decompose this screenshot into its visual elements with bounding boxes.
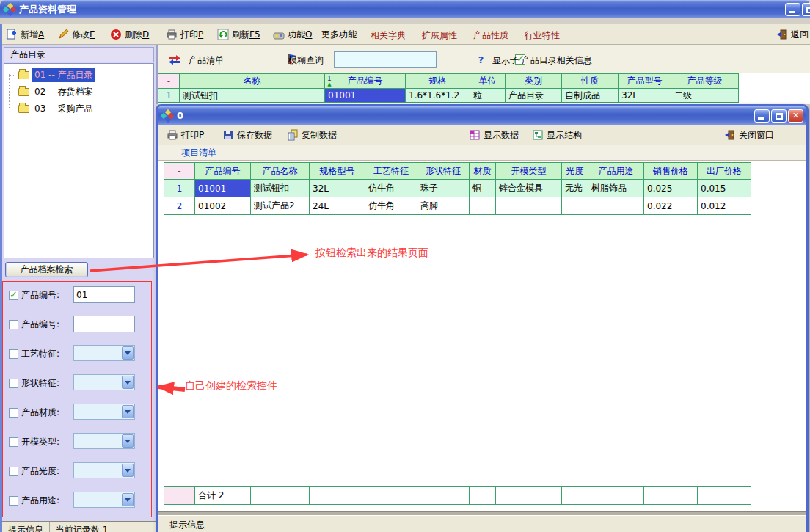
tree-item-product-catalog[interactable]: 01 -- 产品目录 <box>9 68 95 81</box>
column-header-grade[interactable]: 产品等级 <box>671 74 739 89</box>
delete-button[interactable]: 删除D <box>110 26 149 43</box>
more-functions-button[interactable]: 更多功能 <box>321 26 357 43</box>
column-header-sale-price[interactable]: 销售价格 <box>644 163 698 180</box>
tree-item-purchase-products[interactable]: 03 -- 采购产品 <box>9 102 95 115</box>
cell[interactable]: 树脂饰品 <box>588 180 644 197</box>
minimize-button[interactable] <box>754 109 770 123</box>
chevron-down-icon[interactable] <box>122 346 134 360</box>
product-gloss-dropdown[interactable] <box>73 462 135 478</box>
cell-model[interactable]: 32L <box>619 89 671 103</box>
cell[interactable]: 0.025 <box>644 180 698 197</box>
checkbox-product-code-1[interactable] <box>9 291 18 300</box>
column-header-shape-feature[interactable]: 形状特征 <box>417 163 470 180</box>
new-button[interactable]: 新增A <box>6 26 44 43</box>
menu-extended-attributes[interactable]: 扩展属性 <box>422 29 457 42</box>
checkbox-product-code-2[interactable] <box>9 320 18 329</box>
chevron-down-icon[interactable] <box>122 464 134 477</box>
column-header-gloss[interactable]: 光度 <box>562 163 588 180</box>
cell[interactable]: 32L <box>310 180 365 197</box>
checkbox-product-material[interactable] <box>9 408 18 418</box>
row-number[interactable]: 1 <box>164 180 195 197</box>
column-header-factory-price[interactable]: 出厂价格 <box>698 163 751 180</box>
maximize-button[interactable] <box>802 3 810 16</box>
tab-record-count[interactable]: 当前记录数 1 <box>50 522 114 532</box>
column-header-craft-feature[interactable]: 工艺特征 <box>365 163 417 180</box>
cell-product-code-selected[interactable]: 01001 <box>195 180 251 197</box>
column-header[interactable]: - <box>164 163 195 180</box>
cell-name[interactable]: 测试钮扣 <box>180 89 325 103</box>
cell[interactable]: 测试钮扣 <box>251 180 310 197</box>
column-header-material[interactable]: 材质 <box>470 163 496 180</box>
shape-feature-dropdown[interactable] <box>73 374 135 390</box>
row-number[interactable]: 1 <box>158 89 180 103</box>
column-header-usage[interactable]: 产品用途 <box>588 163 644 180</box>
refresh-button[interactable]: 刷新F5 <box>217 26 260 43</box>
product-material-dropdown[interactable] <box>73 404 135 420</box>
cell-unit[interactable]: 粒 <box>470 89 506 103</box>
cell[interactable] <box>588 197 644 215</box>
cell[interactable]: 铜 <box>470 180 496 197</box>
function-button[interactable]: 功能O <box>273 26 312 43</box>
column-header-spec[interactable]: 规格 <box>406 74 470 89</box>
save-data-button[interactable]: 保存数据 <box>222 127 272 143</box>
chevron-down-icon[interactable] <box>122 434 134 448</box>
column-header-name[interactable]: 名称 <box>180 74 325 89</box>
cell-category[interactable]: 产品目录 <box>506 89 562 103</box>
cell-spec[interactable]: 1.6*1.6*1.2 <box>406 89 470 103</box>
print-button[interactable]: 打印P <box>167 127 204 143</box>
copy-data-button[interactable]: 复制数据 <box>287 127 337 143</box>
cell[interactable] <box>470 197 496 215</box>
checkbox-product-gloss[interactable] <box>9 467 18 476</box>
column-header-unit[interactable]: 单位 <box>470 74 506 89</box>
row-number[interactable]: 2 <box>164 197 195 215</box>
cell[interactable] <box>562 197 588 215</box>
column-header[interactable]: - <box>158 74 180 89</box>
tab-item-list[interactable]: 项目清单 <box>181 147 216 159</box>
product-usage-dropdown[interactable] <box>73 492 135 508</box>
close-icon[interactable]: ✕ <box>788 109 803 123</box>
print-button[interactable]: 打印P <box>166 26 203 43</box>
menu-industry-features[interactable]: 行业特性 <box>525 29 560 42</box>
fuzzy-query-button[interactable]: 模糊查询 <box>288 54 324 67</box>
maximize-button[interactable] <box>771 109 787 123</box>
cell-property[interactable]: 自制成品 <box>562 89 619 103</box>
chevron-down-icon[interactable] <box>122 376 134 389</box>
cell[interactable]: 测试产品2 <box>251 197 310 215</box>
cell[interactable]: 仿牛角 <box>365 197 417 215</box>
product-code-input-1[interactable] <box>73 286 135 303</box>
cell[interactable]: 0.022 <box>644 197 698 215</box>
cell-product-code-selected[interactable]: 01001 <box>325 89 406 103</box>
column-header-product-code[interactable]: 1产品编号 <box>325 74 406 89</box>
checkbox-shape-feature[interactable] <box>9 379 18 388</box>
column-header-model[interactable]: 产品型号 <box>619 74 671 89</box>
menu-related-dictionary[interactable]: 相关字典 <box>371 29 406 42</box>
cell[interactable] <box>496 197 562 215</box>
chevron-down-icon[interactable] <box>122 493 134 506</box>
checkbox-craft-feature[interactable] <box>9 349 18 359</box>
column-header-category[interactable]: 类别 <box>506 74 562 89</box>
product-code-input-2[interactable] <box>73 316 135 332</box>
cell[interactable]: 锌合金模具 <box>496 180 562 197</box>
close-window-button[interactable]: 关闭窗口 <box>724 127 774 143</box>
cell[interactable]: 24L <box>310 197 365 215</box>
column-header-mold-type[interactable]: 开模类型 <box>496 163 562 180</box>
tab-hint-info[interactable]: 提示信息 <box>2 522 50 532</box>
help-icon[interactable]: ? <box>478 54 484 65</box>
chevron-down-icon[interactable] <box>122 405 134 418</box>
menu-product-property[interactable]: 产品性质 <box>473 29 508 42</box>
cell[interactable]: 仿牛角 <box>365 180 417 197</box>
show-structure-button[interactable]: 显示结构 <box>532 127 582 143</box>
column-header-product-code[interactable]: 产品编号 <box>195 163 251 180</box>
cell[interactable]: 无光 <box>562 180 588 197</box>
cell[interactable]: 珠子 <box>417 180 470 197</box>
cell[interactable]: 01002 <box>195 197 251 215</box>
edit-button[interactable]: 修改E <box>57 26 95 43</box>
back-button[interactable]: 返回 <box>776 26 809 43</box>
cell-grade[interactable]: 二级 <box>671 89 739 103</box>
minimize-button[interactable] <box>785 3 800 16</box>
cell[interactable]: 0.015 <box>698 180 751 197</box>
fuzzy-query-input[interactable] <box>334 51 437 68</box>
column-header-product-name[interactable]: 产品名称 <box>251 163 310 180</box>
show-data-button[interactable]: 显示数据 <box>469 127 519 143</box>
column-header-property[interactable]: 性质 <box>562 74 619 89</box>
